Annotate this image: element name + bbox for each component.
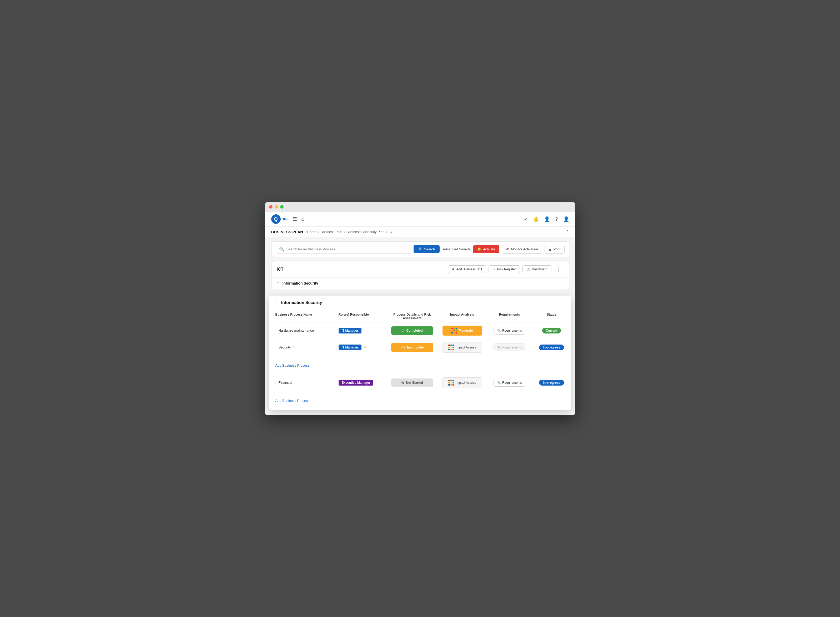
print-button[interactable]: 🖨 Print — [545, 245, 565, 254]
expanded-panel: ⌃ Information Security Business Process … — [269, 295, 571, 410]
sec-requirements-button[interactable]: 📎 Requirements — [493, 344, 526, 351]
table-row: › Hardware maintenance IT Manager ✓ Comp… — [275, 322, 565, 339]
table-row: › Security ✎ IT Manager ✎ ··· Incomplete — [275, 339, 565, 356]
home-icon[interactable]: ⌂ — [301, 217, 304, 222]
dashboard-icon: 🕐 — [526, 267, 530, 271]
info-security-header: ⌃ Information Security — [269, 295, 571, 309]
breadcrumb: BUSINESS PLAN | Home › Business Plan › B… — [271, 230, 394, 234]
th-status: Status — [533, 313, 570, 320]
activate-button[interactable]: 🔔 Activate — [473, 245, 499, 253]
collapsed-section-title: Information Security — [282, 281, 318, 285]
hw-process-name: Hardware maintenance — [279, 329, 314, 332]
row-expand-hw[interactable]: › — [275, 329, 276, 332]
financial-not-started-button[interactable]: ⊖ Not Started — [391, 378, 433, 387]
th-process-details: Process Details and Risk Assessment — [386, 313, 438, 320]
fin-impact-grid-icon — [448, 380, 454, 385]
financial-role-badge: Executive Manager — [339, 380, 373, 385]
logo[interactable]: Q ONE — [271, 214, 289, 224]
expand-icon[interactable]: ⌃ — [277, 281, 280, 285]
req-clip-icon2: 📎 — [497, 345, 501, 349]
notifications-icon[interactable]: 🔔 — [533, 216, 539, 222]
add-financial-process-wrap: Add Business Process — [275, 391, 565, 410]
sec-role-badge: IT Manager — [339, 344, 362, 350]
sec-incomplete-button[interactable]: ··· Incomplete — [391, 343, 433, 352]
completed-check-icon: ✓ — [402, 329, 404, 333]
risk-icon: ⚠ — [493, 267, 495, 271]
breadcrumb-continuity[interactable]: Business Continuity Plan — [347, 230, 384, 234]
maximize-button[interactable] — [280, 205, 283, 208]
add-financial-process-link[interactable]: Add Business Process — [275, 394, 310, 405]
info-security-title: Information Security — [281, 300, 322, 305]
sec-role-edit-icon[interactable]: ✎ — [363, 345, 366, 349]
impact-grid-icon — [448, 344, 454, 350]
search-btn-label: Search — [424, 247, 435, 251]
logo-icon: Q — [271, 214, 281, 224]
add-bu-icon: ⊕ — [452, 267, 455, 271]
financial-section: › Financial Executive Manager ⊖ Not Star… — [269, 374, 571, 410]
hw-moderate-button[interactable]: Moderate — [443, 326, 482, 336]
help-icon[interactable]: ? — [555, 217, 558, 222]
breadcrumb-plan[interactable]: Business Plan — [321, 230, 342, 234]
financial-requirements-button[interactable]: 📎 Requirements — [493, 379, 526, 387]
collapse-icon[interactable]: ⌃ — [565, 229, 569, 234]
advanced-search-link[interactable]: Advanced Search — [443, 247, 470, 251]
breadcrumb-home[interactable]: Home — [307, 230, 316, 234]
financial-status-badge: In-progress — [539, 380, 564, 385]
hw-completed-button[interactable]: ✓ Completed — [391, 326, 433, 335]
th-process-name: Business Process Name — [275, 313, 339, 320]
fin-req-icon: 📎 — [497, 381, 501, 385]
breadcrumb-current: ICT — [389, 230, 394, 234]
add-business-unit-button[interactable]: ⊕ Add Business Unit — [448, 266, 486, 273]
more-options-button[interactable]: ⋮ — [554, 265, 564, 273]
minimize-button[interactable] — [275, 205, 278, 208]
th-impact: Impact Analysis — [438, 313, 486, 320]
collapsed-info-security: ⌃ Information Security — [271, 278, 569, 289]
row-expand-sec[interactable]: › — [275, 345, 276, 349]
monitor-icon: 🖶 — [506, 247, 509, 251]
ict-title: ICT — [277, 267, 283, 272]
menu-icon[interactable]: ☰ — [293, 216, 297, 222]
close-button[interactable] — [269, 205, 273, 208]
dashboard-button[interactable]: 🕐 Dashboard — [523, 266, 551, 273]
process-table: Business Process Name Role(s) Responsibl… — [269, 309, 571, 374]
sec-edit-icon[interactable]: ✎ — [293, 345, 296, 349]
activate-icon: 🔔 — [477, 247, 481, 251]
financial-row: › Financial Executive Manager ⊖ Not Star… — [275, 374, 565, 391]
th-actions — [570, 313, 571, 320]
logo-text: ONE — [282, 217, 289, 221]
move-icon[interactable]: ⤢ — [524, 216, 528, 222]
sec-status-badge: In-progress — [539, 344, 564, 350]
moderate-grid-icon — [452, 328, 457, 334]
add-business-process-link[interactable]: Add Business Process — [275, 359, 310, 369]
sec-more-button[interactable]: ⋮ — [571, 343, 571, 351]
add-process-wrap: Add Business Process — [275, 356, 565, 374]
th-requirements: Requirements — [486, 313, 533, 320]
search-btn-icon: 🔍 — [418, 247, 422, 251]
risk-register-button[interactable]: ⚠ Risk Register — [489, 266, 520, 273]
search-icon: 🔍 — [279, 247, 284, 252]
hw-requirements-button[interactable]: 📎 Requirements — [493, 327, 526, 335]
collapse-section-icon[interactable]: ⌃ — [275, 301, 279, 305]
search-bar: 🔍 🔍 Search Advanced Search 🔔 Activate 🖶 … — [271, 241, 569, 257]
ict-section-header: ICT ⊕ Add Business Unit ⚠ Risk Register … — [271, 261, 569, 278]
search-input[interactable] — [286, 247, 407, 251]
breadcrumb-title: BUSINESS PLAN — [271, 230, 303, 234]
financial-name: Financial — [279, 381, 292, 385]
hw-role-badge: IT Manager — [339, 328, 362, 334]
print-icon: 🖨 — [549, 247, 552, 251]
th-roles: Role(s) Responsible — [339, 313, 386, 320]
account-icon[interactable]: 👤 — [563, 216, 569, 222]
sec-impact-button[interactable]: Impact Assess — [443, 342, 482, 353]
user-switch-icon[interactable]: 👤 — [544, 216, 550, 222]
search-button[interactable]: 🔍 Search — [413, 245, 440, 253]
financial-more-button[interactable]: ⋮ — [571, 378, 571, 387]
hw-more-button[interactable]: ⋮ — [571, 326, 571, 335]
req-clip-icon: 📎 — [497, 329, 501, 332]
table-header: Business Process Name Role(s) Responsibl… — [275, 309, 565, 322]
financial-impact-button[interactable]: Impact Assess — [443, 377, 482, 388]
financial-expand[interactable]: › — [275, 381, 276, 385]
sec-process-name: Security — [279, 345, 291, 349]
monitor-activation-button[interactable]: 🖶 Monitor Activation — [502, 245, 542, 254]
incomplete-dots-icon: ··· — [400, 345, 405, 350]
not-started-icon: ⊖ — [401, 381, 404, 385]
